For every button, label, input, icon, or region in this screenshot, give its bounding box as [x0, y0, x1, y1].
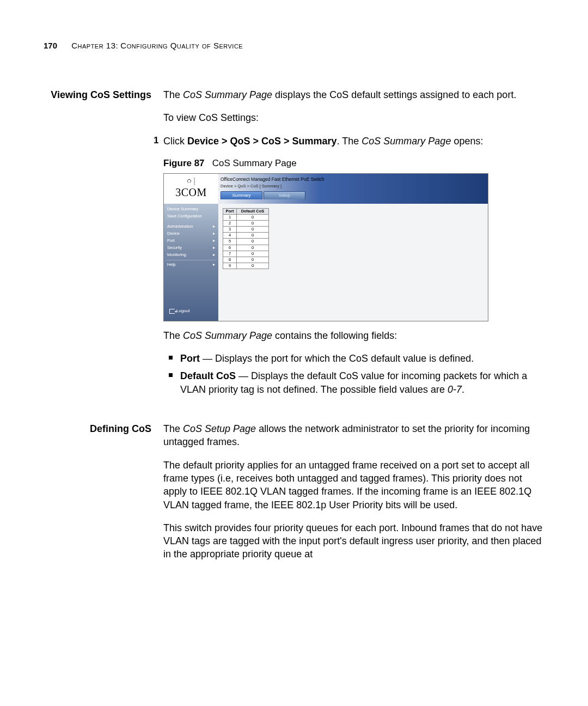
- defining-p1: The CoS Setup Page allows the network ad…: [163, 422, 544, 449]
- device-title: OfficeConnect Managed Fast Ethernet PoE …: [220, 176, 488, 182]
- defining-p2: The default priority applies for an unta…: [163, 459, 544, 512]
- logout-icon: [169, 309, 175, 314]
- sidebar-item-monitoring[interactable]: Monitoring▸: [164, 252, 218, 259]
- sidebar-item-security[interactable]: Security▸: [164, 244, 218, 251]
- col-port: Port: [223, 208, 237, 214]
- table-row: 60: [223, 245, 269, 251]
- sidebar-item-device[interactable]: Device▸: [164, 230, 218, 237]
- chapter-title: Configuring Quality of Service: [120, 41, 243, 50]
- sidebar-item-device-summary[interactable]: Device Summary: [164, 206, 218, 213]
- sidebar-item-help[interactable]: Help▸: [164, 261, 218, 269]
- step-number: 1: [154, 135, 158, 147]
- table-row: 90: [223, 263, 269, 269]
- bullet-default-cos: Default CoS — Displays the default CoS v…: [166, 369, 544, 396]
- bullet-port: Port — Displays the port for which the C…: [166, 352, 544, 365]
- cos-summary-screenshot: ೧⦚ 3COM OfficeConnect Managed Fast Ether…: [163, 173, 488, 321]
- page-header: 170 Chapter 13: Configuring Quality of S…: [44, 41, 544, 50]
- bullet-icon: [169, 373, 173, 377]
- sidebar-item-save-config[interactable]: Save Configuration: [164, 213, 218, 220]
- caret-right-icon: ▸: [213, 262, 215, 267]
- tab-summary[interactable]: Summary: [220, 191, 262, 199]
- sidebar-item-administration[interactable]: Administration▸: [164, 223, 218, 230]
- defining-p3: This switch provides four priority queue…: [163, 521, 544, 561]
- figure-caption: Figure 87 CoS Summary Page: [163, 157, 544, 170]
- tab-setup[interactable]: Setup: [264, 191, 305, 199]
- col-default-cos: Default CoS: [237, 208, 269, 214]
- caret-right-icon: ▸: [213, 238, 215, 244]
- logout-button[interactable]: Logout: [164, 306, 218, 319]
- table-row: 20: [223, 221, 269, 227]
- table-row: 40: [223, 233, 269, 239]
- table-row: 70: [223, 251, 269, 257]
- caret-right-icon: ▸: [213, 231, 215, 236]
- cos-summary-table: Port Default CoS 10 20 30 40 50 60: [223, 208, 269, 269]
- breadcrumb: Device > QoS > CoS [ Summary ]: [220, 184, 488, 189]
- fields-intro: The CoS Summary Page contains the follow…: [163, 329, 544, 342]
- bullet-icon: [169, 356, 173, 360]
- section-heading-defining: Defining CoS: [44, 422, 163, 435]
- brand-logo: ೧⦚ 3COM: [164, 174, 218, 204]
- caret-right-icon: ▸: [213, 224, 215, 229]
- sidebar-item-port[interactable]: Port▸: [164, 237, 218, 244]
- logo-swirl-icon: ೧⦚: [186, 178, 197, 185]
- instruction-line: To view CoS Settings:: [163, 111, 544, 124]
- intro-paragraph: The CoS Summary Page displays the CoS de…: [163, 88, 544, 101]
- table-row: 30: [223, 227, 269, 233]
- section-heading-viewing: Viewing CoS Settings: [44, 88, 163, 101]
- table-row: 10: [223, 214, 269, 220]
- caret-right-icon: ▸: [213, 252, 215, 258]
- page-number: 170: [44, 41, 57, 50]
- table-row: 50: [223, 239, 269, 245]
- nav-sidebar: Device Summary Save Configuration Admini…: [164, 204, 218, 321]
- chapter-label: Chapter 13:: [71, 41, 118, 50]
- caret-right-icon: ▸: [213, 245, 215, 251]
- table-row: 80: [223, 257, 269, 263]
- step-text: Click Device > QoS > CoS > Summary. The …: [163, 135, 544, 148]
